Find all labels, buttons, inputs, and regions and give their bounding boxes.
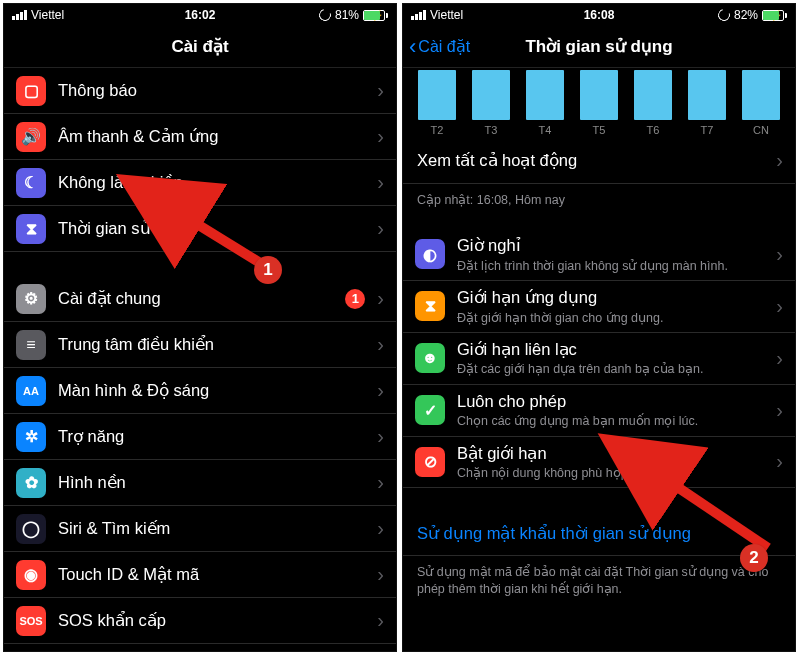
row-wall[interactable]: ✿Hình nền› [4,460,396,506]
chevron-right-icon: › [377,517,384,540]
row-sos[interactable]: SOSSOS khẩn cấp› [4,598,396,644]
block-icon: ⊘ [415,447,445,477]
chart-bar-label: T7 [701,124,714,136]
usage-chart: T2T3T4T5T6T7CN [403,68,795,138]
row-access[interactable]: ✲Trợ năng› [4,414,396,460]
chart-bar-label: T2 [431,124,444,136]
row-sublabel: Đặt lịch trình thời gian không sử dụng m… [457,258,770,274]
volume-icon: 🔊 [16,122,46,152]
annotation-badge-1: 1 [254,256,282,284]
chevron-left-icon: ‹ [409,36,416,58]
row-siri[interactable]: ◯Siri & Tìm kiếm› [4,506,396,552]
passcode-note: Sử dụng mật mã để bảo mật cài đặt Thời g… [403,556,795,604]
finger-icon: ◉ [16,560,46,590]
nav-header: Cài đặt [4,26,396,68]
badge: 1 [345,289,365,309]
row-label: Không làm phiền [58,172,371,193]
see-all-label: Xem tất cả hoạt động [417,150,770,171]
status-time: 16:08 [403,8,795,22]
see-all-activity[interactable]: Xem tất cả hoạt động › [403,138,795,184]
person-icon: ✲ [16,422,46,452]
row-label: Trợ năng [58,426,371,447]
row-battery[interactable]: ▮Pin› [4,644,396,652]
row-allowed[interactable]: ✓Luôn cho phépChọn các ứng dụng mà bạn m… [403,385,795,437]
row-label: Giờ nghỉ [457,235,770,256]
battery-icon: ⚡ [762,10,787,21]
row-dnd[interactable]: ☾Không làm phiền› [4,160,396,206]
row-label: Thông báo [58,80,371,101]
row-label: Giới hạn ứng dụng [457,287,770,308]
phone-right: Viettel 16:08 82% ⚡ ‹ Cài đặt Thời gian … [402,3,796,652]
status-bar: Viettel 16:02 81% ⚡ [4,4,396,26]
row-label: Hình nền [58,472,371,493]
battery-icon: ⚡ [363,10,388,21]
row-applimits[interactable]: ⧗Giới hạn ứng dụngĐặt giới hạn thời gian… [403,281,795,333]
sos-icon: SOS [16,606,46,636]
chevron-right-icon: › [377,125,384,148]
row-label: Trung tâm điều khiển [58,334,371,355]
chart-bar: T7 [687,70,727,136]
row-sublabel: Chặn nội dung không phù hợp. [457,465,770,481]
page-title: Cài đặt [171,36,228,57]
chevron-right-icon: › [377,471,384,494]
chevron-right-icon: › [377,79,384,102]
chevron-right-icon: › [377,217,384,240]
hourglass-icon: ⧗ [415,291,445,321]
row-sounds[interactable]: 🔊Âm thanh & Cảm ứng› [4,114,396,160]
use-passcode[interactable]: Sử dụng mật khẩu thời gian sử dụng [403,510,795,556]
chevron-right-icon: › [776,450,783,473]
chevron-right-icon: › [377,287,384,310]
row-restrict[interactable]: ⊘Bật giới hạnChặn nội dung không phù hợp… [403,437,795,489]
back-label: Cài đặt [418,37,470,56]
back-button[interactable]: ‹ Cài đặt [409,36,470,58]
chart-bar-label: T6 [647,124,660,136]
row-general[interactable]: ⚙Cài đặt chung1› [4,276,396,322]
row-label: SOS khẩn cấp [58,610,371,631]
chart-bar-label: T3 [485,124,498,136]
chevron-right-icon: › [776,295,783,318]
row-label: Thời gian sử dụng [58,218,371,239]
row-label: Giới hạn liên lạc [457,339,770,360]
screentime-options: ◐Giờ nghỉĐặt lịch trình thời gian không … [403,229,795,488]
chevron-right-icon: › [377,563,384,586]
chart-bar-label: T4 [539,124,552,136]
moon-icon: ☾ [16,168,46,198]
notif-icon: ▢ [16,76,46,106]
chevron-right-icon: › [377,171,384,194]
row-screentime[interactable]: ⧗Thời gian sử dụng› [4,206,396,252]
row-label: Cài đặt chung [58,288,345,309]
siri-icon: ◯ [16,514,46,544]
hourglass-icon: ⧗ [16,214,46,244]
settings-group-1: ▢Thông báo›🔊Âm thanh & Cảm ứng›☾Không là… [4,68,396,252]
chart-bar: T3 [471,70,511,136]
sliders-icon: ≡ [16,330,46,360]
annotation-badge-2: 2 [740,544,768,572]
row-touchid[interactable]: ◉Touch ID & Mật mã› [4,552,396,598]
clock-icon: ◐ [415,239,445,269]
row-label: Luôn cho phép [457,391,770,412]
row-commlimits[interactable]: ☻Giới hạn liên lạcĐặt các giới hạn dựa t… [403,333,795,385]
status-bar: Viettel 16:08 82% ⚡ [403,4,795,26]
chevron-right-icon: › [776,243,783,266]
settings-group-2: ⚙Cài đặt chung1›≡Trung tâm điều khiển›AA… [4,276,396,652]
chart-bar: T5 [579,70,619,136]
chevron-right-icon: › [776,399,783,422]
chevron-right-icon: › [776,149,783,172]
row-sublabel: Chọn các ứng dụng mà bạn muốn mọi lúc. [457,413,770,429]
check-icon: ✓ [415,395,445,425]
row-sublabel: Đặt các giới hạn dựa trên danh bạ của bạ… [457,361,770,377]
chevron-right-icon: › [776,347,783,370]
row-label: Màn hình & Độ sáng [58,380,371,401]
row-notifications[interactable]: ▢Thông báo› [4,68,396,114]
row-label: Siri & Tìm kiếm [58,518,371,539]
row-display[interactable]: AAMàn hình & Độ sáng› [4,368,396,414]
row-sublabel: Đặt giới hạn thời gian cho ứng dụng. [457,310,770,326]
chevron-right-icon: › [377,333,384,356]
page-title: Thời gian sử dụng [525,36,672,57]
nav-header: ‹ Cài đặt Thời gian sử dụng [403,26,795,68]
row-control[interactable]: ≡Trung tâm điều khiển› [4,322,396,368]
row-downtime[interactable]: ◐Giờ nghỉĐặt lịch trình thời gian không … [403,229,795,281]
chart-bar: T6 [633,70,673,136]
gear-icon: ⚙ [16,284,46,314]
chevron-right-icon: › [377,425,384,448]
